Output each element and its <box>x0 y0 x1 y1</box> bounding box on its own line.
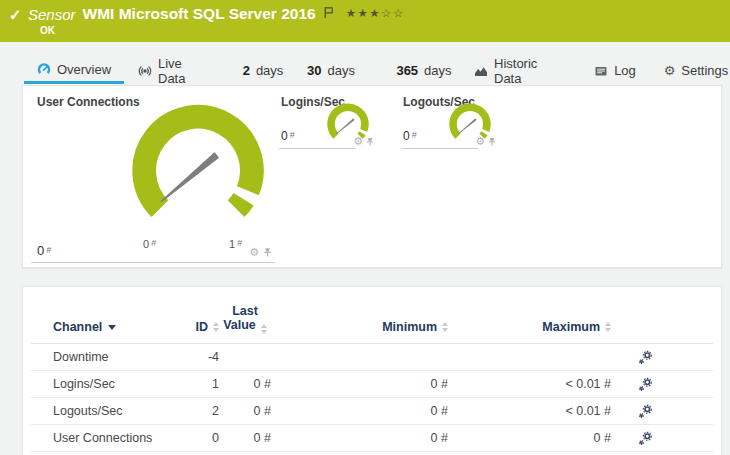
gear-icon[interactable]: ⚙ <box>353 136 363 147</box>
user-connections-gauge-panel: User Connections 0# 1# 0# ⚙ <box>31 90 279 264</box>
tab-label-number: 2 <box>243 63 250 78</box>
logouts-gauge-panel: Logouts/Sec 0# ⚙ <box>401 90 499 146</box>
tab-settings[interactable]: ⚙ Settings <box>668 57 724 84</box>
gauges-card: User Connections 0# 1# 0# ⚙ <box>22 85 722 268</box>
channel-maximum: 0 # <box>448 431 611 445</box>
channel-minimum: 0 # <box>271 404 448 418</box>
table-row-user-connections[interactable]: User Connections 0 0 # 0 # 0 # <box>31 425 713 452</box>
pin-icon[interactable] <box>487 137 497 147</box>
sort-icon <box>605 322 611 332</box>
sort-icon <box>261 324 267 334</box>
gauge-icon <box>37 62 51 77</box>
table-row-logins-sec[interactable]: Logins/Sec 1 0 # 0 # < 0.01 # <box>31 371 713 398</box>
channel-name: Downtime <box>31 350 171 364</box>
channel-name: Logins/Sec <box>31 377 171 391</box>
channel-settings-icon[interactable] <box>638 431 653 446</box>
table-row-logouts-sec[interactable]: Logouts/Sec 2 0 # 0 # < 0.01 # <box>31 398 713 425</box>
channel-settings-icon[interactable] <box>638 404 653 419</box>
channel-name: User Connections <box>31 431 171 445</box>
sensor-status-badge: OK <box>40 25 55 36</box>
gauge-current-value: 0# <box>401 129 417 143</box>
sensor-header: ✓ Sensor WMI Microsoft SQL Server 2016 ★… <box>0 0 730 42</box>
channel-maximum: < 0.01 # <box>448 404 611 418</box>
column-header-maximum[interactable]: Maximum <box>448 320 611 334</box>
tab-log[interactable]: Log <box>594 57 636 84</box>
area-chart-icon <box>474 64 488 78</box>
channel-id: 1 <box>171 377 219 391</box>
gauge-footer: 0# ⚙ <box>31 243 275 263</box>
status-ok-check-icon: ✓ <box>9 6 22 24</box>
tab-label: Live Data <box>158 56 204 86</box>
tab-label: Historic Data <box>494 56 562 86</box>
sensor-type-label: Sensor <box>28 6 76 23</box>
tab-historic-data[interactable]: Historic Data <box>474 57 562 84</box>
live-data-icon <box>138 64 152 78</box>
pin-icon[interactable] <box>365 137 375 147</box>
log-list-icon <box>594 64 608 78</box>
prtg-sensor-overview-page: ✓ Sensor WMI Microsoft SQL Server 2016 ★… <box>0 0 730 455</box>
channel-minimum: 0 # <box>271 377 448 391</box>
tab-label: Settings <box>681 63 728 78</box>
channel-id: -4 <box>171 350 219 364</box>
channel-id: 2 <box>171 404 219 418</box>
table-row-downtime[interactable]: Downtime -4 <box>31 344 713 371</box>
tab-label: days <box>256 63 283 78</box>
channels-table-card: Channel ID Last Value Minimum Maximum <box>22 286 722 455</box>
pin-icon[interactable] <box>262 247 273 258</box>
column-header-last-value[interactable]: Last Value <box>219 304 271 334</box>
tab-2-days[interactable]: 2 days <box>240 57 286 84</box>
priority-stars[interactable]: ★★★☆☆ <box>346 6 405 20</box>
channel-last-value: 0 # <box>219 377 271 391</box>
logins-gauge-panel: Logins/Sec 0# ⚙ <box>279 90 377 146</box>
tab-365-days[interactable]: 365 days <box>393 57 455 84</box>
channel-last-value: 0 # <box>219 431 271 445</box>
channels-table: Channel ID Last Value Minimum Maximum <box>23 287 721 452</box>
channel-maximum: < 0.01 # <box>448 377 611 391</box>
tab-label: days <box>424 63 451 78</box>
table-header-row: Channel ID Last Value Minimum Maximum <box>31 287 713 344</box>
favorite-flag-icon[interactable] <box>323 6 334 19</box>
sensor-title: WMI Microsoft SQL Server 2016 <box>83 5 316 23</box>
gear-icon[interactable]: ⚙ <box>475 136 485 147</box>
channel-settings-icon[interactable] <box>638 350 653 365</box>
tab-label-number: 30 <box>307 63 321 78</box>
tab-label: Log <box>614 63 636 78</box>
channel-id: 0 <box>171 431 219 445</box>
channel-last-value: 0 # <box>219 404 271 418</box>
tab-overview[interactable]: Overview <box>24 57 124 84</box>
column-header-minimum[interactable]: Minimum <box>271 320 448 334</box>
column-header-id[interactable]: ID <box>171 320 219 334</box>
user-connections-gauge <box>125 94 271 240</box>
tab-label: days <box>328 63 355 78</box>
gauge-needle <box>162 153 218 201</box>
gauge-current-value: 0# <box>279 129 295 143</box>
tab-label-number: 365 <box>396 63 418 78</box>
sensor-title-row: Sensor WMI Microsoft SQL Server 2016 ★★★… <box>28 5 405 23</box>
channel-minimum: 0 # <box>271 431 448 445</box>
sort-desc-icon <box>108 325 116 330</box>
channel-name: Logouts/Sec <box>31 404 171 418</box>
column-header-channel[interactable]: Channel <box>31 320 171 334</box>
channel-settings-icon[interactable] <box>638 377 653 392</box>
tab-live-data[interactable]: Live Data <box>138 57 204 84</box>
gear-icon: ⚙ <box>664 64 676 77</box>
tab-label: Overview <box>57 62 111 77</box>
sensor-tabbar: Overview Live Data 2 days 30 days 365 da… <box>0 57 730 84</box>
tab-30-days[interactable]: 30 days <box>303 57 359 84</box>
gear-icon[interactable]: ⚙ <box>249 247 259 258</box>
gauge-current-value: 0# <box>37 243 51 258</box>
